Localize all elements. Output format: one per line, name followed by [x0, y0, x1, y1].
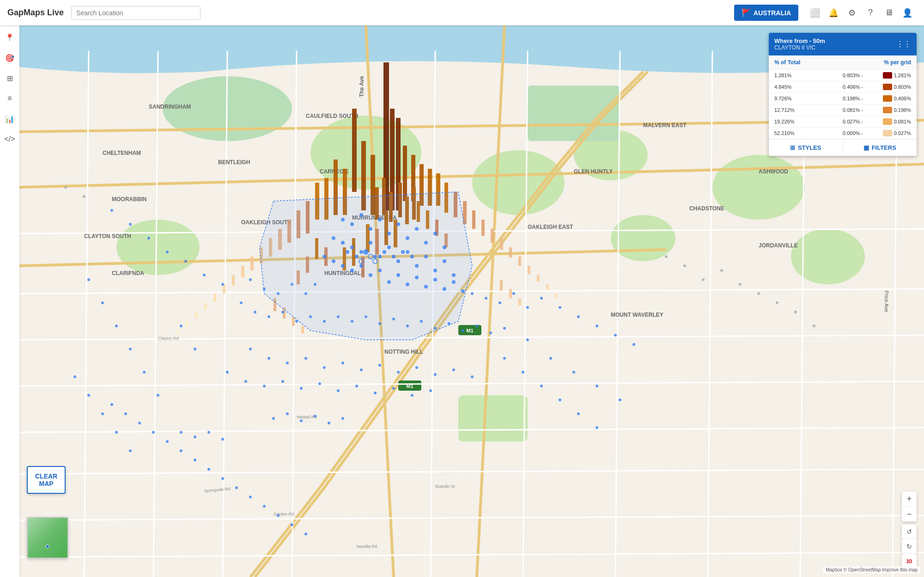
svg-text:Westall Rd: Westall Rd	[297, 415, 316, 419]
svg-point-226	[434, 373, 437, 376]
svg-point-249	[526, 338, 529, 341]
reset-bearing-button[interactable]: ↺	[902, 524, 917, 539]
svg-point-209	[221, 283, 224, 286]
svg-point-253	[619, 399, 621, 401]
filters-button[interactable]: ▦ FILTERS	[843, 140, 917, 156]
display-icon[interactable]: 🖥	[881, 6, 896, 20]
legend-val1-5: 52.210%	[774, 130, 827, 136]
svg-point-202	[503, 327, 506, 330]
svg-rect-87	[250, 257, 254, 270]
svg-rect-93	[232, 275, 235, 285]
svg-point-182	[526, 306, 529, 309]
svg-point-258	[702, 278, 705, 281]
legend-range-1: 0.406% -	[827, 84, 879, 90]
search-input[interactable]	[76, 9, 195, 17]
svg-point-263	[794, 311, 797, 313]
info-panel-title: Where from - 50m	[774, 37, 825, 44]
grid-icon[interactable]: ⊞	[3, 72, 16, 85]
svg-point-283	[180, 431, 182, 434]
svg-rect-122	[555, 294, 558, 298]
legend-val1-0: 1.281%	[774, 73, 827, 78]
svg-point-205	[147, 237, 150, 239]
legend-val1-1: 4.845%	[774, 84, 827, 90]
australia-label: AUSTRALIA	[754, 9, 791, 17]
svg-point-234	[318, 382, 321, 385]
svg-point-2	[116, 220, 200, 275]
svg-rect-126	[301, 326, 304, 333]
svg-rect-92	[500, 238, 503, 250]
clear-map-button[interactable]: CLEAR MAP	[27, 466, 66, 494]
panel-actions: ⊞ STYLES ▦ FILTERS	[769, 139, 917, 156]
legend-val1-3: 12.712%	[774, 107, 827, 113]
mini-map[interactable]	[27, 517, 68, 559]
search-box[interactable]	[71, 6, 201, 20]
svg-point-222	[360, 368, 363, 371]
svg-point-231	[263, 385, 266, 387]
svg-point-208	[203, 274, 206, 276]
price-axis-label: Price Ave	[884, 290, 889, 312]
svg-point-243	[115, 325, 118, 327]
svg-text:SANDRINGHAM: SANDRINGHAM	[149, 104, 191, 110]
legend-col2-header: % per grid	[843, 59, 911, 66]
svg-point-251	[572, 371, 575, 374]
svg-point-289	[138, 422, 141, 424]
svg-point-8	[791, 229, 865, 284]
styles-button[interactable]: ⊞ STYLES	[769, 140, 843, 156]
svg-point-229	[226, 371, 229, 374]
svg-point-178	[471, 292, 474, 295]
location-pin-icon[interactable]: 📍	[3, 31, 16, 44]
legend-rows: 1.281% 0.803% - 1.281% 4.845% 0.406% - 0…	[769, 70, 917, 139]
svg-text:BENTLEIGH: BENTLEIGH	[218, 159, 250, 166]
left-sidebar: 📍 🎯 ⊞ ≡ 📊 </>	[0, 25, 19, 577]
user-icon[interactable]: 👤	[900, 6, 915, 20]
svg-point-204	[129, 223, 132, 226]
svg-point-295	[221, 477, 224, 480]
svg-point-286	[221, 438, 224, 441]
svg-text:M1: M1	[466, 328, 473, 333]
styles-icon: ⊞	[790, 144, 795, 151]
svg-point-302	[73, 375, 76, 378]
help-icon[interactable]: ?	[863, 6, 878, 20]
filters-label: FILTERS	[872, 144, 896, 151]
svg-point-264	[813, 325, 815, 327]
svg-point-235	[337, 389, 340, 392]
svg-point-312	[596, 426, 598, 429]
svg-point-201	[489, 331, 492, 334]
svg-point-207	[184, 260, 187, 263]
svg-point-307	[503, 357, 506, 360]
svg-point-282	[341, 417, 344, 420]
svg-point-240	[429, 389, 432, 392]
legend-swatch-3	[883, 107, 892, 113]
svg-text:Duerdin St: Duerdin St	[435, 484, 455, 489]
svg-point-287	[110, 403, 113, 406]
layers-icon[interactable]: ≡	[3, 92, 16, 105]
svg-text:CAULFIELD SOUTH: CAULFIELD SOUTH	[306, 113, 358, 119]
zoom-out-button[interactable]: −	[902, 507, 917, 522]
svg-point-291	[166, 440, 169, 443]
svg-point-225	[415, 366, 418, 369]
svg-point-3	[472, 150, 565, 215]
settings-icon[interactable]: ⚙	[845, 6, 859, 20]
compass-button[interactable]: ↻	[902, 539, 917, 554]
australia-button[interactable]: 🚩 AUSTRALIA	[734, 5, 798, 21]
svg-point-255	[83, 195, 85, 198]
svg-point-299	[277, 514, 280, 517]
ruler-icon[interactable]: ⬜	[808, 6, 822, 20]
code-icon[interactable]: </>	[3, 133, 16, 146]
zoom-in-button[interactable]: +	[902, 491, 917, 506]
svg-point-290	[152, 431, 155, 434]
clear-map-line2: MAP	[35, 480, 57, 487]
map[interactable]: M1 M1 SANDRINGHAM CHELTENHAM MOORABBIN B…	[19, 25, 924, 577]
analytics-icon[interactable]: 📊	[3, 112, 16, 125]
location-circle-icon[interactable]: 🎯	[3, 51, 16, 64]
svg-point-179	[485, 297, 487, 300]
info-panel-menu-icon[interactable]: ⋮⋮	[896, 40, 911, 49]
svg-point-233	[300, 387, 303, 390]
svg-point-221	[341, 362, 344, 364]
svg-point-183	[240, 301, 243, 304]
svg-point-311	[577, 412, 580, 415]
legend-range-0: 0.803% -	[827, 73, 879, 78]
svg-point-220	[323, 366, 326, 369]
svg-point-292	[180, 449, 182, 452]
notification-icon[interactable]: 🔔	[826, 6, 841, 20]
